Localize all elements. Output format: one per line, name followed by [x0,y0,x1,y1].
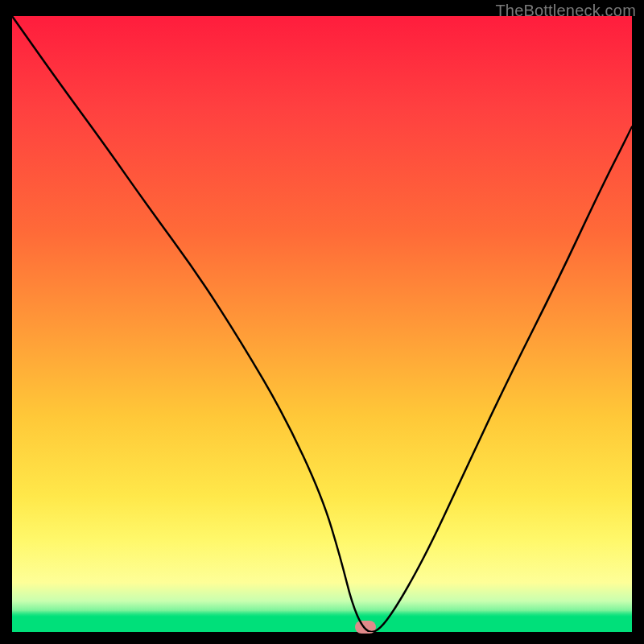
frame-border-bottom [0,632,644,644]
bottleneck-curve [12,16,632,632]
frame-border-right [632,0,644,644]
watermark-text: TheBottleneck.com [495,2,636,20]
frame-border-left [0,0,12,644]
